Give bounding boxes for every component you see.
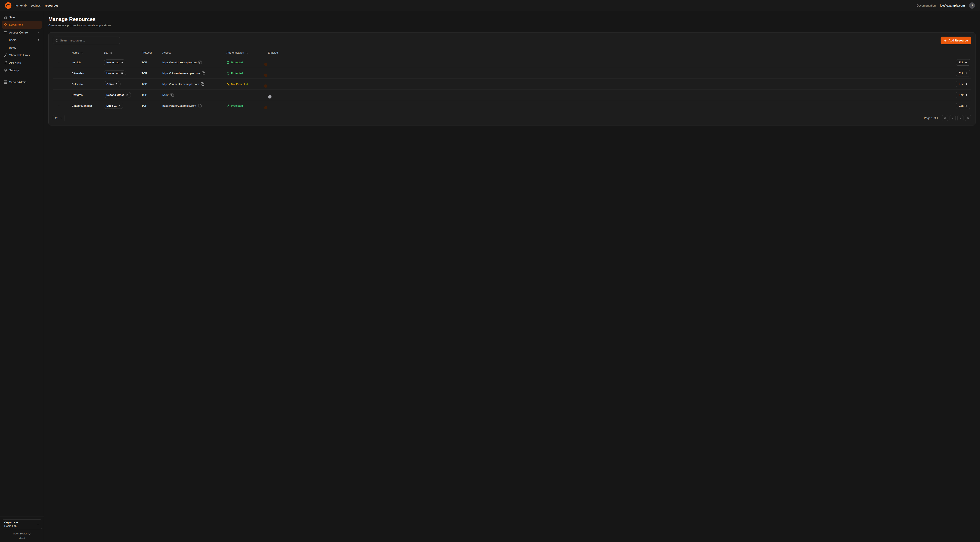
sidebar-item-label: Server Admin xyxy=(9,81,26,84)
auth-status: Protected xyxy=(227,72,268,75)
org-selector-value: Home Lab xyxy=(4,524,37,528)
shield-check-icon xyxy=(227,61,230,64)
table-row: Postgres Second Office TCP 5432 - Edit xyxy=(53,89,971,100)
search-box xyxy=(53,37,120,45)
auth-status: Protected xyxy=(227,104,268,107)
row-menu-button[interactable] xyxy=(56,103,60,108)
last-page-button[interactable] xyxy=(965,115,971,121)
table-row: Authentik Office TCP https://authentik.e… xyxy=(53,79,971,89)
table-row: Bitwarden Home Lab TCP https://bitwarden… xyxy=(53,68,971,79)
search-input[interactable] xyxy=(60,39,118,42)
resource-name: Authentik xyxy=(72,83,103,86)
open-source-link[interactable]: Open Source xyxy=(2,532,42,535)
site-link[interactable]: Second Office xyxy=(103,92,131,98)
ellipsis-icon xyxy=(56,61,60,64)
resource-name: Postgres xyxy=(72,93,103,96)
sort-icon xyxy=(110,51,112,54)
chevrons-left-icon xyxy=(943,117,946,120)
site-link[interactable]: Edge 01 xyxy=(103,103,123,109)
header-enabled: Enabled xyxy=(268,51,296,54)
sidebar-item-label: Access Control xyxy=(9,31,29,34)
row-menu-button[interactable] xyxy=(56,92,60,97)
resource-protocol: TCP xyxy=(142,104,162,107)
pagination: Page 1 of 1 xyxy=(924,115,971,121)
sidebar-item-api-keys[interactable]: API Keys xyxy=(2,59,42,67)
sidebar-item-access-control[interactable]: Access Control xyxy=(2,29,42,36)
prev-page-button[interactable] xyxy=(950,115,956,121)
arrow-right-icon xyxy=(965,61,967,64)
page-title: Manage Resources xyxy=(48,16,975,22)
sidebar-item-label: Settings xyxy=(9,69,20,72)
resource-protocol: TCP xyxy=(142,93,162,96)
user-email[interactable]: joe@example.com xyxy=(940,4,965,7)
copy-icon[interactable] xyxy=(198,61,202,64)
row-menu-button[interactable] xyxy=(56,81,60,86)
copy-icon[interactable] xyxy=(198,104,202,107)
site-link[interactable]: Home Lab xyxy=(103,70,126,76)
header-authentication[interactable]: Authentication xyxy=(227,51,268,54)
sidebar-item-server-admin[interactable]: Server Admin xyxy=(2,78,42,86)
ellipsis-icon xyxy=(56,82,60,86)
breadcrumb-resources[interactable]: resources xyxy=(45,4,59,7)
sidebar-item-resources[interactable]: Resources xyxy=(2,21,42,29)
table-row: Immich Home Lab TCP https://immich.examp… xyxy=(53,57,971,68)
row-menu-button[interactable] xyxy=(56,71,60,76)
resources-card: Add Resource Name Site xyxy=(48,32,975,126)
pager-buttons xyxy=(942,115,971,121)
page-size-select[interactable]: 20 xyxy=(53,115,65,121)
edit-button[interactable]: Edit xyxy=(956,59,970,65)
chevrons-up-down-icon xyxy=(37,523,40,526)
site-link[interactable]: Home Lab xyxy=(103,59,126,65)
sidebar-item-settings[interactable]: Settings xyxy=(2,67,42,74)
documentation-link[interactable]: Documentation xyxy=(916,4,935,7)
breadcrumb-settings[interactable]: settings xyxy=(31,4,41,7)
shield-check-icon xyxy=(227,104,230,107)
link-icon xyxy=(4,53,7,57)
breadcrumb-home-lab[interactable]: home-lab xyxy=(15,4,27,7)
first-page-button[interactable] xyxy=(942,115,948,121)
arrow-right-icon xyxy=(965,72,967,75)
plus-icon xyxy=(944,39,947,42)
copy-icon[interactable] xyxy=(202,71,205,75)
chevron-right-icon xyxy=(959,117,962,120)
sort-icon xyxy=(80,51,83,54)
table-row: Battery Manager Edge 01 TCP https://batt… xyxy=(53,100,971,111)
header-site[interactable]: Site xyxy=(103,51,142,54)
resource-access-url: https://authentik.example.com xyxy=(162,83,199,86)
edit-button[interactable]: Edit xyxy=(956,103,970,109)
sidebar-item-label: API Keys xyxy=(9,61,21,64)
ellipsis-icon xyxy=(56,72,60,75)
edit-button[interactable]: Edit xyxy=(956,92,970,98)
sidebar-item-sites[interactable]: Sites xyxy=(2,13,42,21)
edit-button[interactable]: Edit xyxy=(956,70,970,77)
table-footer: 20 Page 1 of 1 xyxy=(53,115,971,121)
copy-icon[interactable] xyxy=(170,93,174,97)
breadcrumb-separator: › xyxy=(42,4,43,7)
sidebar-item-users[interactable]: Users xyxy=(2,36,42,44)
copy-icon[interactable] xyxy=(201,82,205,86)
gear-icon xyxy=(4,69,7,72)
next-page-button[interactable] xyxy=(957,115,964,121)
arrow-up-right-icon xyxy=(121,72,123,74)
topbar-right: Documentation joe@example.com J xyxy=(916,2,975,9)
breadcrumb-separator: › xyxy=(28,4,29,7)
shield-off-icon xyxy=(227,83,230,86)
avatar[interactable]: J xyxy=(969,2,975,9)
resource-protocol: TCP xyxy=(142,72,162,75)
page-label: Page 1 of 1 xyxy=(924,116,938,120)
edit-button[interactable]: Edit xyxy=(956,81,970,87)
header-name[interactable]: Name xyxy=(72,51,103,54)
add-resource-button[interactable]: Add Resource xyxy=(940,37,971,45)
add-resource-label: Add Resource xyxy=(948,39,968,42)
row-menu-button[interactable] xyxy=(56,60,60,65)
sidebar-item-roles[interactable]: Roles xyxy=(2,44,42,51)
sidebar-item-shareable-links[interactable]: Shareable Links xyxy=(2,51,42,59)
site-link[interactable]: Office xyxy=(103,81,121,87)
arrow-up-right-icon xyxy=(118,104,121,107)
org-selector[interactable]: Organization Home Lab xyxy=(2,519,42,529)
ellipsis-icon xyxy=(56,93,60,96)
resource-access-url: https://bitwarden.example.com xyxy=(162,72,200,75)
app-logo-icon[interactable] xyxy=(5,2,11,9)
server-icon xyxy=(4,80,7,84)
resource-access-url: https://battery.example.com xyxy=(162,104,196,107)
